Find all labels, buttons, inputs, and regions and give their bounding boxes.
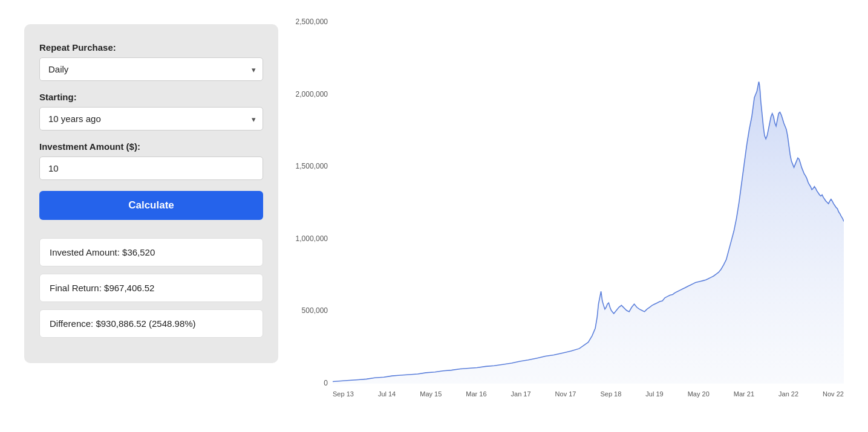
x-label-may20: May 20: [688, 390, 710, 398]
repeat-purchase-wrapper: Daily Weekly Monthly ▾: [39, 57, 263, 81]
x-axis: Sep 13 Jul 14 May 15 Mar 16 Jan 17 Nov 1…: [333, 387, 844, 405]
y-label-500000: 500,000: [302, 307, 328, 314]
x-label-mar21: Mar 21: [734, 390, 754, 398]
calculate-button[interactable]: Calculate: [39, 191, 263, 220]
final-return-result: Final Return: $967,406.52: [39, 274, 263, 302]
left-panel: Repeat Purchase: Daily Weekly Monthly ▾ …: [24, 24, 278, 363]
x-label-may15: May 15: [420, 390, 442, 398]
x-label-jul19: Jul 19: [645, 390, 663, 398]
x-label-jan22: Jan 22: [778, 390, 798, 398]
y-label-1500000: 1,500,000: [296, 163, 328, 170]
repeat-purchase-label: Repeat Purchase:: [39, 42, 263, 53]
invested-amount-result: Invested Amount: $36,520: [39, 238, 263, 266]
chart-area-fill: [333, 82, 844, 384]
repeat-purchase-select[interactable]: Daily Weekly Monthly: [39, 57, 263, 81]
y-axis: 2,500,000 2,000,000 1,500,000 1,000,000 …: [290, 18, 333, 387]
y-label-0: 0: [324, 379, 328, 387]
x-label-mar16: Mar 16: [466, 390, 486, 398]
chart-svg-wrapper: [333, 18, 844, 387]
x-label-sep18: Sep 18: [600, 390, 621, 398]
x-label-nov17: Nov 17: [555, 390, 576, 398]
starting-select[interactable]: 10 years ago 5 years ago 3 years ago 1 y…: [39, 107, 263, 131]
chart-container: 2,500,000 2,000,000 1,500,000 1,000,000 …: [290, 18, 844, 405]
x-label-jan17: Jan 17: [511, 390, 531, 398]
investment-label: Investment Amount ($):: [39, 141, 263, 152]
chart-area: 2,500,000 2,000,000 1,500,000 1,000,000 …: [278, 18, 844, 405]
difference-result: Difference: $930,886.52 (2548.98%): [39, 309, 263, 338]
x-label-nov22: Nov 22: [823, 390, 844, 398]
x-label-sep13: Sep 13: [333, 390, 354, 398]
y-label-2500000: 2,500,000: [296, 18, 328, 25]
starting-label: Starting:: [39, 92, 263, 102]
y-label-1000000: 1,000,000: [296, 235, 328, 242]
x-label-jul14: Jul 14: [378, 390, 396, 398]
y-label-2000000: 2,000,000: [296, 91, 328, 98]
investment-input[interactable]: [39, 156, 263, 180]
starting-wrapper: 10 years ago 5 years ago 3 years ago 1 y…: [39, 107, 263, 131]
chart-svg: [333, 18, 844, 387]
